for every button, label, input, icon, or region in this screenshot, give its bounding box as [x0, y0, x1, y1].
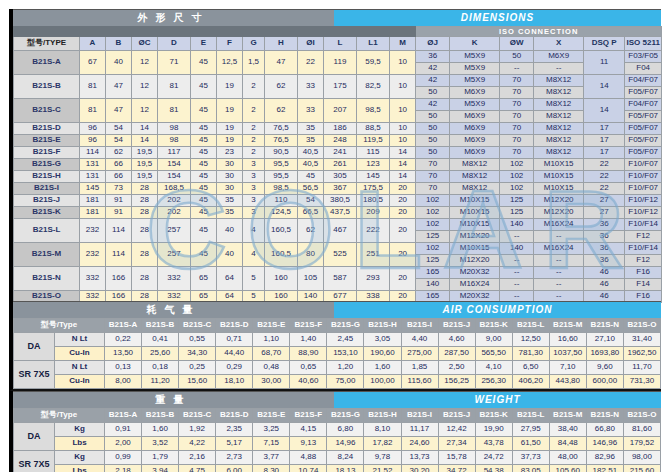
dimension-value-cell: 40 [217, 243, 243, 267]
dimension-value-cell: 175,5 [357, 183, 390, 195]
actuation-mode-cell: DA [14, 423, 55, 451]
dimension-value-cell: 45 [191, 159, 217, 171]
dimension-value-cell: 2 [243, 99, 265, 123]
dimension-value-cell: 67 [80, 51, 106, 75]
dimension-value-cell: 10 [390, 99, 416, 123]
dimension-value-cell: 114 [106, 243, 132, 267]
dimension-value-cell: 98,5 [357, 99, 390, 123]
dimension-value-cell: 28 [132, 267, 158, 291]
dimension-value-cell: 241 [324, 147, 357, 159]
iso-value-cell: M6X9 [450, 135, 500, 147]
dimension-value-cell: 65 [191, 267, 217, 291]
iso-value-cell: M12X20 [534, 207, 584, 219]
value-cell: 0,65 [290, 361, 327, 375]
value-cell: 2,00 [105, 437, 142, 451]
value-cell: 215,60 [623, 465, 660, 472]
dimension-value-cell: 45 [191, 171, 217, 183]
dimension-value-cell: 40,5 [298, 159, 324, 171]
model-column-header: B21S-H [364, 409, 401, 423]
table-row: Lbs2,003,524,225,177,159,1314,9617,8224,… [14, 437, 661, 451]
table-row: B21S-C8147128145192623320798,51042M5X970… [14, 99, 662, 111]
dimension-value-cell: 56,5 [298, 183, 324, 195]
dsqp-value-cell: 22 [584, 171, 625, 183]
dimension-value-cell: 14 [132, 135, 158, 147]
value-cell: 44,40 [216, 347, 253, 361]
dsqp-value-cell: 11 [584, 51, 625, 75]
dimensions-title-en: DIMENSIONS [334, 10, 661, 26]
dimension-value-cell: 257 [158, 243, 191, 267]
value-cell: 4,10 [475, 361, 512, 375]
iso-value-cell: M6X9 [450, 123, 500, 135]
value-cell: 27,34 [438, 437, 475, 451]
dimension-value-cell: 3 [243, 159, 265, 171]
value-cell: 0,41 [142, 333, 179, 347]
value-cell: 11,17 [401, 423, 438, 437]
value-cell: 21,52 [364, 465, 401, 472]
dimension-value-cell: 2 [243, 123, 265, 135]
iso-value-cell: M10X15 [450, 219, 500, 231]
value-cell: 43,78 [475, 437, 512, 451]
iso-value-cell: -- [534, 255, 584, 267]
value-cell: 0,99 [105, 451, 142, 465]
dimension-value-cell: 4 [243, 243, 265, 267]
iso5211-value-cell: F05/F07 [625, 147, 662, 159]
dimension-value-cell: 28 [132, 219, 158, 243]
model-column-header: B21S-D [216, 319, 253, 333]
iso-value-cell: 50 [416, 111, 450, 123]
iso5211-value-cell: F04/F07 [625, 99, 662, 111]
model-type-cell: B21S-D [14, 123, 80, 135]
dimensions-title-cn: 外形尺寸 [13, 10, 334, 26]
value-cell: 12,42 [438, 423, 475, 437]
value-cell: 10,74 [290, 465, 327, 472]
dimension-value-cell: 19 [217, 75, 243, 99]
dimension-value-cell: 96 [80, 123, 106, 135]
dimension-value-cell: 45 [191, 135, 217, 147]
dimension-value-cell: 257 [158, 219, 191, 243]
dimension-value-cell: 19,5 [132, 159, 158, 171]
dimension-value-cell: 12 [132, 99, 158, 123]
iso-value-cell: 102 [416, 195, 450, 207]
dimension-value-cell: 232 [80, 243, 106, 267]
table-row: B21S-H1316619,51544530395,5453051451470M… [14, 171, 662, 183]
value-cell: 7,15 [253, 437, 290, 451]
dimension-value-cell: 91 [106, 195, 132, 207]
dimension-value-cell: 154 [158, 159, 191, 171]
value-cell: 3,52 [142, 437, 179, 451]
table-row: B21S-K181912820245353124,566,5437,520920… [14, 207, 662, 219]
value-cell: 4,75 [179, 465, 216, 472]
dimension-value-cell: 19 [217, 99, 243, 123]
value-cell: 153,10 [327, 347, 364, 361]
iso5211-value-cell: F10/F07 [625, 171, 662, 183]
model-column-header: B21S-I [401, 319, 438, 333]
model-type-cell: B21S-C [14, 99, 80, 123]
value-cell: 37,73 [512, 451, 549, 465]
value-cell: 3,05 [364, 333, 401, 347]
iso-value-cell: 70 [500, 87, 534, 99]
model-column-header: B21S-C [179, 319, 216, 333]
value-cell: 40,60 [290, 375, 327, 389]
value-cell: 82,96 [586, 451, 623, 465]
dimension-value-cell: 30 [217, 183, 243, 195]
dimension-value-cell: 12 [132, 75, 158, 99]
iso-value-cell: 140 [500, 243, 534, 255]
dimension-value-cell: 28 [132, 183, 158, 195]
dimension-value-cell: 45 [191, 207, 217, 219]
value-cell: 1962,50 [623, 347, 660, 361]
iso5211-value-cell: F10/F14 [625, 243, 662, 255]
value-cell: 406,20 [512, 375, 549, 389]
value-cell: 30,20 [401, 465, 438, 472]
dimension-value-cell: 23 [217, 147, 243, 159]
dimension-value-cell: 54 [106, 135, 132, 147]
value-cell: 156,25 [438, 375, 475, 389]
dimension-value-cell: 3 [243, 195, 265, 207]
dimension-value-cell: 467 [324, 219, 357, 243]
value-cell: 19,90 [475, 423, 512, 437]
dimension-value-cell: 47 [265, 51, 298, 75]
value-cell: 0,91 [105, 423, 142, 437]
dimension-value-cell: 181 [80, 207, 106, 219]
dimension-value-cell: 98,5 [265, 183, 298, 195]
dsqp-value-cell: 14 [584, 99, 625, 123]
value-cell: 18,10 [216, 375, 253, 389]
table-row: B21S-I1457328168,54530398,556,5367175,52… [14, 183, 662, 195]
iso-value-cell: M5X9 [450, 75, 500, 87]
